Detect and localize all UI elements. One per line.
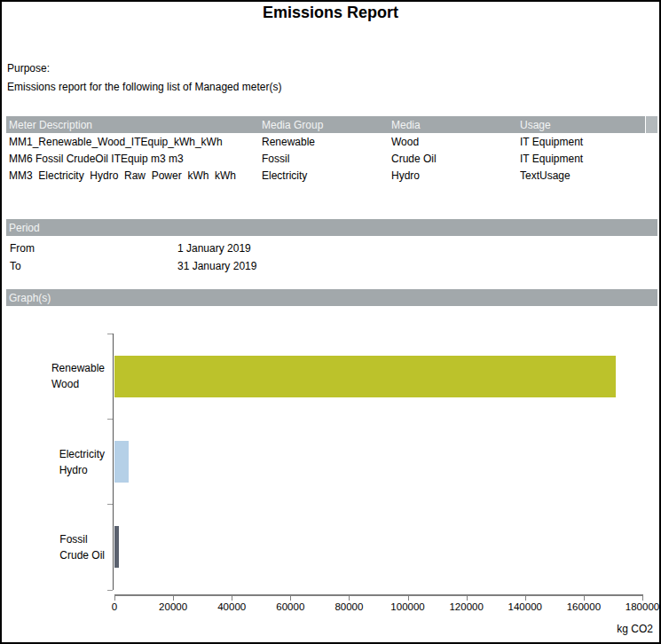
table-row: MM3 Electricity Hydro Raw Power kWh kWh …	[6, 167, 657, 184]
column-header-media-group: Media Group	[262, 119, 391, 131]
from-label: From	[10, 242, 177, 255]
media-value: Hydro	[391, 169, 520, 182]
x-axis-tick-label: 60000	[262, 601, 319, 612]
x-axis-tick-label: 20000	[145, 601, 201, 612]
table-row: MM6 Fossil CrudeOil ITEquip m3 m3 Fossil…	[6, 150, 657, 167]
media-value: Crude Oil	[391, 153, 520, 165]
x-axis-tick	[584, 596, 585, 601]
x-axis-tick-label: 100000	[380, 601, 437, 612]
column-header-media: Media	[391, 119, 520, 131]
purpose-label: Purpose:	[7, 62, 50, 75]
y-axis-tick	[107, 334, 113, 334]
usage-value: TextUsage	[520, 169, 657, 182]
table-row: MM1_Renewable_Wood_ITEquip_kWh_kWh Renew…	[6, 133, 657, 150]
to-date-value: 31 January 2019	[177, 260, 256, 272]
media-group-value: Fossil	[262, 153, 391, 165]
x-axis-tick-label: 40000	[203, 601, 260, 612]
from-date-value: 1 January 2019	[177, 242, 251, 255]
x-axis-unit-label: kg CO2	[617, 623, 653, 635]
y-axis-tick	[107, 590, 113, 591]
graphs-section-label: Graph(s)	[6, 292, 51, 304]
usage-value: IT Equipment	[520, 153, 657, 165]
y-axis-line	[113, 334, 114, 590]
y-axis-tick	[107, 419, 113, 420]
x-axis-tick	[467, 596, 468, 601]
meter-description-value: MM1_Renewable_Wood_ITEquip_kWh_kWh	[6, 136, 262, 148]
category-label: ElectricityHydro	[59, 446, 105, 478]
page-title: Emissions Report	[2, 4, 659, 22]
x-axis-tick	[232, 596, 232, 601]
y-axis-tick	[107, 504, 113, 505]
header-scroll-cell	[645, 116, 657, 133]
column-header-meter-description: Meter Description	[6, 119, 262, 131]
period-section-label: Period	[6, 222, 40, 234]
x-axis-tick	[408, 596, 409, 601]
purpose-text: Emissions report for the following list …	[7, 81, 281, 93]
x-axis-tick	[525, 596, 526, 601]
x-axis-line	[114, 594, 643, 596]
emissions-report-page: Emissions Report Purpose: Emissions repo…	[0, 0, 661, 644]
meters-table-header: Meter Description Media Group Media Usag…	[6, 116, 657, 133]
graphs-section-header: Graph(s)	[6, 289, 657, 306]
media-group-value: Electricity	[262, 169, 391, 182]
meter-description-value: MM3 Electricity Hydro Raw Power kWh kWh	[6, 169, 262, 182]
emissions-bar-chart: RenewableWoodElectricityHydroFossilCrude…	[2, 307, 661, 642]
period-from-row: From 1 January 2019	[10, 240, 251, 256]
category-label: FossilCrude Oil	[59, 531, 105, 563]
media-value: Wood	[391, 136, 520, 148]
x-axis-tick-label: 140000	[497, 601, 554, 612]
period-section-header: Period	[6, 219, 657, 236]
x-axis-tick-label: 120000	[438, 601, 495, 612]
to-label: To	[10, 260, 177, 272]
x-axis-tick-label: 80000	[320, 601, 377, 612]
x-axis-tick	[642, 596, 643, 601]
x-axis-tick	[173, 596, 174, 601]
x-axis-tick	[114, 596, 115, 601]
usage-value: IT Equipment	[520, 136, 657, 148]
chart-bar	[114, 526, 119, 568]
category-label: RenewableWood	[51, 360, 105, 392]
media-group-value: Renewable	[262, 136, 391, 148]
x-axis-tick-label: 180000	[614, 601, 661, 612]
x-axis-tick	[290, 596, 291, 601]
x-axis-tick	[349, 596, 350, 601]
column-header-usage: Usage	[520, 119, 645, 131]
x-axis-tick-label: 0	[86, 601, 143, 612]
period-to-row: To 31 January 2019	[10, 257, 256, 274]
chart-bar	[114, 356, 616, 397]
x-axis-tick-label: 160000	[555, 601, 612, 612]
chart-bar	[114, 441, 129, 483]
meter-description-value: MM6 Fossil CrudeOil ITEquip m3 m3	[6, 153, 262, 165]
